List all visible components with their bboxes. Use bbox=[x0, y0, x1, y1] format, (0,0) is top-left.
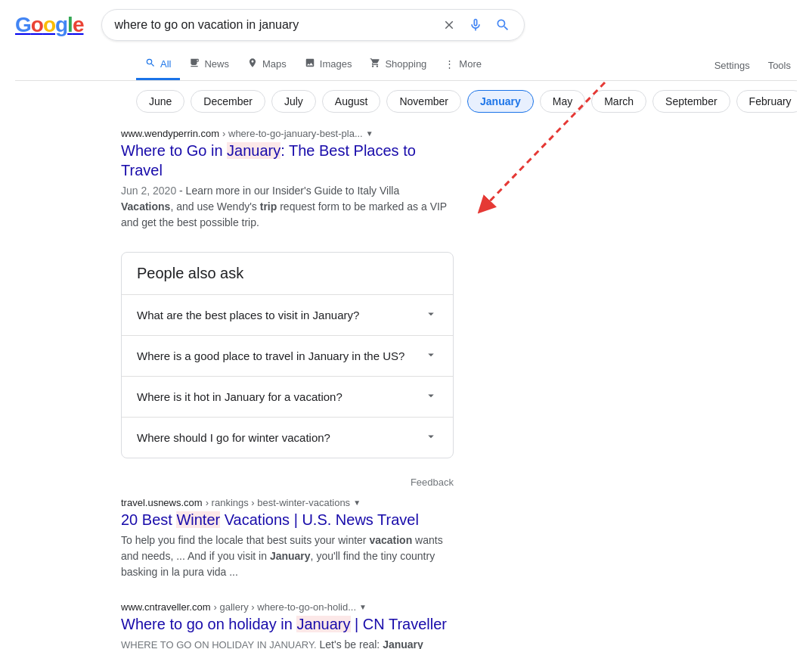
result-3-domain: www.cntraveller.com bbox=[121, 601, 210, 613]
highlight-winter: Winter bbox=[176, 511, 220, 528]
result-2-path: › rankings › best-winter-vacations bbox=[206, 497, 350, 508]
result-1-url: www.wendyperrin.com › where-to-go-januar… bbox=[121, 128, 454, 139]
tab-images-label: Images bbox=[320, 58, 352, 70]
result-2-title[interactable]: 20 Best Winter Vacations | U.S. News Tra… bbox=[121, 510, 454, 529]
paa-item-1[interactable]: What are the best places to visit in Jan… bbox=[122, 294, 453, 335]
paa-question-3: Where is it hot in January for a vacatio… bbox=[137, 390, 342, 403]
result-2-domain: travel.usnews.com bbox=[121, 497, 203, 508]
chip-july[interactable]: July bbox=[271, 90, 316, 113]
clear-button[interactable] bbox=[441, 17, 457, 33]
tools-link[interactable]: Tools bbox=[762, 52, 797, 79]
result-1-path: › where-to-go-january-best-pla... bbox=[222, 128, 363, 139]
paa-question-2: Where is a good place to travel in Janua… bbox=[137, 349, 404, 362]
tab-more[interactable]: ⋮ More bbox=[435, 51, 491, 79]
result-3-snippet: WHERE TO GO ON HOLIDAY IN JANUARY. Let's… bbox=[121, 637, 454, 649]
nav-tabs: All News Maps Images Shopping bbox=[15, 50, 797, 81]
filter-chips: June December July August November Janua… bbox=[15, 81, 797, 122]
chip-june[interactable]: June bbox=[136, 90, 184, 113]
highlight-january-3: January bbox=[296, 616, 350, 632]
tab-news[interactable]: News bbox=[180, 50, 238, 80]
nav-right: Settings Tools bbox=[708, 52, 797, 79]
tab-all[interactable]: All bbox=[136, 50, 180, 80]
result-1-date: Jun 2, 2020 bbox=[121, 185, 176, 197]
search-input[interactable]: where to go on vacation in january bbox=[114, 18, 441, 32]
chevron-down-icon-2 bbox=[424, 348, 438, 364]
result-3-title[interactable]: Where to go on holiday in January | CN T… bbox=[121, 614, 454, 634]
chip-march[interactable]: March bbox=[591, 90, 646, 113]
main-content: www.wendyperrin.com › where-to-go-januar… bbox=[0, 122, 575, 649]
highlight-january-1: January bbox=[227, 142, 280, 159]
result-1: www.wendyperrin.com › where-to-go-januar… bbox=[121, 128, 454, 231]
result-3-dropdown[interactable]: ▼ bbox=[359, 603, 367, 611]
chevron-down-icon-1 bbox=[424, 307, 438, 323]
result-1-domain: www.wendyperrin.com bbox=[121, 128, 219, 139]
search-button[interactable] bbox=[494, 16, 512, 34]
tab-shopping-label: Shopping bbox=[385, 58, 426, 70]
result-2-snippet: To help you find the locale that best su… bbox=[121, 533, 454, 580]
result-1-snippet: Jun 2, 2020 - Learn more in our Insider'… bbox=[121, 183, 454, 231]
voice-search-button[interactable] bbox=[466, 16, 485, 34]
tab-images[interactable]: Images bbox=[296, 50, 361, 80]
search-icon bbox=[145, 57, 156, 70]
maps-icon bbox=[247, 57, 258, 70]
paa-item-3[interactable]: Where is it hot in January for a vacatio… bbox=[122, 376, 453, 417]
chevron-down-icon-4 bbox=[424, 430, 438, 446]
result-3-path: › gallery › where-to-go-on-holid... bbox=[213, 601, 356, 613]
result-1-title[interactable]: Where to Go in January: The Best Places … bbox=[121, 141, 454, 180]
people-also-ask: People also ask What are the best places… bbox=[121, 252, 454, 458]
chevron-down-icon-3 bbox=[424, 389, 438, 405]
paa-item-2[interactable]: Where is a good place to travel in Janua… bbox=[122, 335, 453, 376]
tab-all-label: All bbox=[160, 58, 171, 70]
more-icon: ⋮ bbox=[445, 58, 454, 70]
news-icon bbox=[189, 57, 200, 70]
chip-may[interactable]: May bbox=[540, 90, 585, 113]
result-2-dropdown[interactable]: ▼ bbox=[353, 498, 361, 507]
shopping-icon bbox=[370, 57, 380, 70]
tab-more-label: More bbox=[459, 58, 482, 70]
chip-september[interactable]: September bbox=[652, 90, 730, 113]
paa-question-1: What are the best places to visit in Jan… bbox=[137, 309, 359, 321]
chip-november[interactable]: November bbox=[386, 90, 461, 113]
tab-maps[interactable]: Maps bbox=[238, 50, 296, 80]
google-logo[interactable]: Google bbox=[15, 13, 89, 37]
search-box: where to go on vacation in january bbox=[101, 9, 525, 41]
result-3: www.cntraveller.com › gallery › where-to… bbox=[121, 601, 454, 649]
paa-title: People also ask bbox=[122, 253, 453, 294]
feedback-link[interactable]: Feedback bbox=[121, 474, 454, 497]
paa-question-4: Where should I go for winter vacation? bbox=[137, 431, 330, 444]
chip-january[interactable]: January bbox=[467, 90, 534, 113]
paa-item-4[interactable]: Where should I go for winter vacation? bbox=[122, 417, 453, 458]
result-3-url: www.cntraveller.com › gallery › where-to… bbox=[121, 601, 454, 613]
result-3-caps: WHERE TO GO ON HOLIDAY IN JANUARY. bbox=[121, 639, 317, 649]
chip-august[interactable]: August bbox=[322, 90, 381, 113]
chip-december[interactable]: December bbox=[191, 90, 265, 113]
tab-news-label: News bbox=[204, 58, 229, 70]
tab-shopping[interactable]: Shopping bbox=[361, 50, 435, 80]
result-2-url: travel.usnews.com › rankings › best-wint… bbox=[121, 497, 454, 508]
result-2: travel.usnews.com › rankings › best-wint… bbox=[121, 497, 454, 580]
result-1-dropdown[interactable]: ▼ bbox=[366, 129, 373, 138]
tab-maps-label: Maps bbox=[262, 58, 287, 70]
images-icon bbox=[305, 57, 315, 70]
settings-link[interactable]: Settings bbox=[708, 52, 756, 79]
chip-february[interactable]: February bbox=[736, 90, 797, 113]
